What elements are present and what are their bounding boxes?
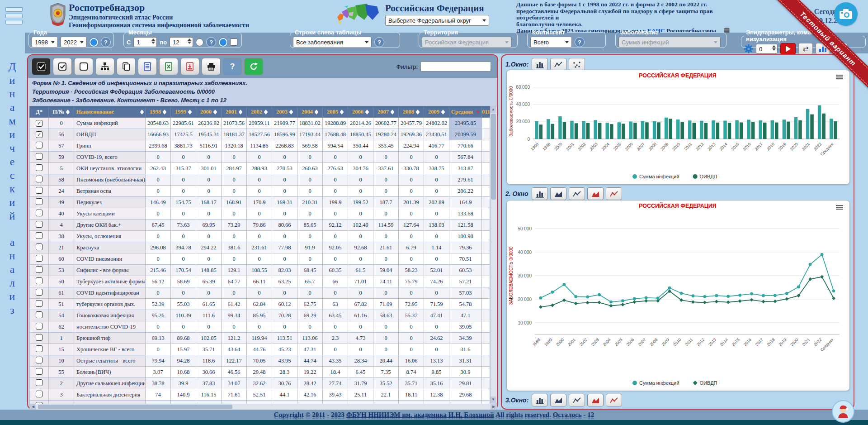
row-checkbox[interactable]	[36, 300, 42, 307]
table-help-button[interactable]: ?	[223, 58, 242, 75]
menu-icon[interactable]	[5, 7, 23, 26]
col-header-year[interactable]: 1998	[146, 106, 171, 118]
scatter-chart-button[interactable]	[569, 58, 585, 71]
sort-arrows-icon[interactable]	[239, 110, 242, 115]
months-help-button[interactable]: ?	[206, 37, 216, 47]
row-checkbox[interactable]	[36, 187, 42, 194]
sort-arrows-icon[interactable]	[391, 110, 394, 115]
line-chart-button[interactable]	[550, 58, 566, 71]
stepper-arrows-icon[interactable]	[151, 38, 155, 44]
year-from-select[interactable]: 1998	[32, 37, 58, 48]
area-chart-red-button[interactable]	[587, 394, 604, 406]
col-header-year[interactable]: 2001	[222, 106, 247, 118]
row-checkbox[interactable]	[36, 198, 42, 205]
refresh-swap-button[interactable]: ⇄	[798, 43, 813, 55]
row-checkbox[interactable]	[36, 153, 42, 160]
sort-arrows-icon[interactable]	[66, 110, 70, 115]
sort-arrows-icon[interactable]	[213, 110, 217, 115]
row-checkbox[interactable]	[36, 255, 42, 262]
col-header-year[interactable]: 2007	[373, 106, 399, 118]
document-export-button[interactable]	[138, 58, 157, 75]
col-header-d[interactable]: Д*	[30, 106, 49, 118]
sort-arrows-icon[interactable]	[476, 111, 480, 113]
row-checkbox[interactable]	[36, 391, 42, 397]
sort-arrows-icon[interactable]	[340, 110, 344, 115]
row-checkbox[interactable]	[36, 323, 42, 329]
row-checkbox[interactable]	[36, 357, 42, 363]
copy-button[interactable]	[117, 58, 136, 75]
left-rows-help-button[interactable]: ?	[374, 37, 384, 47]
vertical-scroll-thumb[interactable]	[491, 114, 496, 200]
table-filter-input[interactable]	[420, 62, 491, 72]
federal-district-select[interactable]: Выберите Федеральный округ	[385, 15, 489, 26]
year-to-select[interactable]: 2022	[61, 37, 87, 48]
scroll-left-arrow-icon[interactable]: ◀	[30, 404, 36, 410]
user-avatar[interactable]	[832, 400, 854, 423]
gear-icon[interactable]	[744, 44, 753, 53]
row-checkbox[interactable]	[36, 368, 42, 375]
row-checkbox[interactable]	[36, 244, 42, 250]
month-to-stepper[interactable]: 12	[170, 37, 193, 47]
scroll-up-arrow-icon[interactable]: ▲	[491, 106, 496, 113]
line-chart-button[interactable]	[569, 394, 585, 406]
years-mode-radio[interactable]	[90, 38, 98, 47]
row-checkbox[interactable]	[36, 232, 42, 239]
institute-link[interactable]: ФБУН ННИИЭМ им. академика И.Н. Блохиной	[346, 411, 494, 418]
sort-arrows-icon[interactable]	[441, 110, 445, 115]
scroll-down-arrow-icon[interactable]: ▼	[491, 396, 496, 403]
print-button[interactable]	[202, 58, 221, 75]
col-header-name[interactable]: Наименование	[74, 106, 146, 118]
chart-context-menu-icon[interactable]	[836, 205, 843, 210]
table-refresh-button[interactable]	[244, 58, 263, 75]
row-checkbox[interactable]	[36, 221, 42, 228]
russia-map-icon[interactable]	[335, 2, 381, 28]
col-header-average[interactable]: Средняя	[449, 106, 482, 118]
row-checkbox[interactable]	[36, 210, 42, 216]
col-header-year[interactable]: 2006	[348, 106, 373, 118]
sort-arrows-icon[interactable]	[140, 110, 144, 115]
select-all-button[interactable]	[32, 58, 51, 75]
sort-arrows-icon[interactable]	[289, 110, 293, 115]
sort-arrows-icon[interactable]	[264, 110, 268, 115]
col-header-year[interactable]: 1999	[171, 106, 196, 118]
area-chart-button[interactable]	[550, 394, 566, 406]
line-chart-red-button[interactable]	[606, 394, 622, 406]
area-chart-button[interactable]	[550, 187, 566, 200]
months-mode-radio[interactable]	[196, 38, 203, 46]
contingent-help-button[interactable]: ?	[575, 37, 585, 47]
col-header-year[interactable]: 2000	[196, 106, 222, 118]
bar-chart-button[interactable]	[532, 394, 548, 406]
col-header-year[interactable]: 2004	[297, 106, 323, 118]
scroll-right-arrow-icon[interactable]: ▶	[491, 404, 497, 410]
period-toggle-icon[interactable]	[219, 38, 227, 47]
col-header-year[interactable]: 2003	[272, 106, 297, 118]
excel-export-button[interactable]	[159, 58, 178, 75]
row-checkbox[interactable]	[36, 334, 42, 341]
row-checkbox[interactable]	[36, 345, 42, 352]
sort-arrows-icon[interactable]	[188, 110, 192, 115]
chart-context-menu-icon[interactable]	[836, 75, 843, 79]
sort-arrows-icon[interactable]	[416, 110, 420, 115]
row-checkbox[interactable]: ✓	[36, 131, 42, 138]
months-checkbox[interactable]	[230, 38, 237, 46]
horizontal-scroll-thumb[interactable]	[38, 405, 232, 409]
sort-arrows-icon[interactable]	[163, 110, 166, 115]
row-checkbox[interactable]	[36, 266, 42, 273]
row-checkbox[interactable]	[36, 311, 42, 318]
check-selected-button[interactable]	[53, 58, 72, 75]
col-header-year[interactable]: 2002	[247, 106, 272, 118]
contingent-select[interactable]: Всего	[530, 37, 572, 48]
line-chart-red-button[interactable]	[606, 187, 622, 200]
bar-chart-button[interactable]	[532, 58, 548, 71]
month-from-stepper[interactable]: 1	[133, 37, 157, 47]
stepper-arrows-icon[interactable]	[772, 45, 776, 51]
col-header-year[interactable]: 2008	[399, 106, 424, 118]
row-checkbox[interactable]	[36, 289, 42, 296]
play-button[interactable]	[780, 43, 796, 55]
col-header-year[interactable]: 2005	[323, 106, 348, 118]
row-checkbox[interactable]	[36, 379, 42, 386]
years-help-button[interactable]: ?	[101, 37, 111, 47]
uncheck-all-button[interactable]	[74, 58, 93, 75]
col-header-num[interactable]: П/№	[49, 106, 74, 118]
row-checkbox[interactable]	[36, 142, 42, 148]
